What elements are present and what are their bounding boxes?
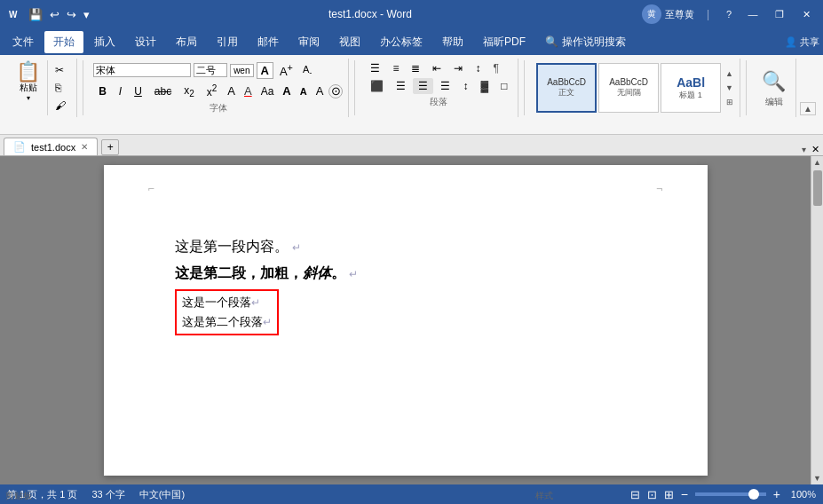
menu-item-review[interactable]: 审阅 — [289, 31, 328, 53]
indent-increase-btn[interactable]: ⇥ — [448, 60, 468, 76]
scroll-thumb[interactable] — [813, 170, 822, 206]
paste-button[interactable]: 📋 粘贴 ▾ — [9, 60, 48, 115]
cut-button[interactable]: ✂ — [51, 62, 69, 78]
font-color-btn[interactable]: A — [241, 83, 256, 99]
shrink-font-btn[interactable]: A- — [299, 62, 315, 79]
paste-dropdown-icon[interactable]: ▾ — [27, 94, 30, 102]
search-icon: 🔍 — [545, 35, 558, 48]
font-size-select[interactable]: 二号 — [194, 63, 227, 77]
shading-btn[interactable]: ▓ — [475, 78, 494, 94]
font-aa-btn[interactable]: Aa — [257, 83, 278, 99]
zoom-slider[interactable] — [695, 492, 766, 496]
bold-button[interactable]: B — [93, 83, 112, 99]
para-marks-btn[interactable]: ¶ — [487, 60, 503, 76]
document-area: ⌐ ¬ 这是第一段内容。 ↵ 这是第二段，加粗，斜体。 ↵ 这是一个段落↵ — [0, 156, 823, 484]
close-button[interactable]: ✕ — [796, 4, 816, 24]
ribbon-collapse-btn[interactable]: ▲ — [800, 102, 816, 115]
subscript-button[interactable]: x2 — [178, 83, 200, 100]
tab-scroll-down-btn[interactable]: ▾ — [802, 145, 806, 154]
superscript-button[interactable]: x2 — [202, 82, 223, 100]
save-quick-btn[interactable]: 💾 — [27, 6, 44, 23]
help-icon[interactable]: ? — [722, 7, 736, 21]
styles-scroll-down[interactable]: ▼ — [724, 82, 735, 94]
format-paint-button[interactable]: 🖌 — [51, 98, 69, 114]
style-normal[interactable]: AaBbCcD 正文 — [536, 63, 597, 113]
layout-icon-1[interactable]: ⊟ — [630, 488, 640, 501]
font-circle-btn[interactable]: ⊙ — [328, 84, 343, 98]
customize-quick-btn[interactable]: ▾ — [82, 6, 91, 23]
font-family-select[interactable]: 宋体 — [93, 63, 191, 77]
styles-expand[interactable]: ⊞ — [724, 96, 735, 108]
document-page: ⌐ ¬ 这是第一段内容。 ↵ 这是第二段，加粗，斜体。 ↵ 这是一个段落↵ — [104, 165, 708, 476]
borders-btn[interactable]: □ — [495, 78, 512, 94]
para-row-2: ⬛ ☰ ☰ ☰ ↕ ▓ □ — [365, 78, 512, 94]
boxed-para2-mark: ↵ — [263, 316, 272, 328]
menu-item-search[interactable]: 🔍 操作说明搜索 — [536, 31, 635, 53]
tab-close-btn[interactable]: ✕ — [81, 142, 88, 152]
copy-button[interactable]: ⎘ — [51, 80, 69, 96]
ribbon-groups: 📋 粘贴 ▾ ✂ ⎘ 🖌 剪贴板 宋体 二号 — [5, 59, 818, 117]
font-clear-btn[interactable]: A — [313, 83, 328, 99]
document-tab[interactable]: 📄 test1.docx ✕ — [4, 138, 98, 155]
menu-item-design[interactable]: 设计 — [126, 31, 165, 53]
numbering-btn[interactable]: ≡ — [387, 60, 404, 76]
share-button[interactable]: 👤 共享 — [785, 35, 819, 49]
strikethrough-button[interactable]: abc — [149, 83, 177, 99]
style-no-spacing[interactable]: AaBbCcD 无间隔 — [598, 63, 659, 113]
title-bar: W 💾 ↩ ↪ ▾ test1.docx - Word 黄 至尊黄 | ? — … — [0, 0, 823, 28]
menu-item-insert[interactable]: 插入 — [85, 31, 124, 53]
scroll-up-btn[interactable]: ▲ — [811, 156, 823, 169]
grow-font-btn[interactable]: A+ — [276, 60, 297, 80]
zoom-out-btn[interactable]: − — [681, 487, 688, 501]
zoom-in-btn[interactable]: + — [773, 487, 780, 501]
font-A-btn[interactable]: A — [257, 62, 273, 79]
align-center-btn[interactable]: ☰ — [391, 78, 411, 94]
styles-scroll-up[interactable]: ▲ — [724, 67, 735, 80]
menu-item-foxpdf[interactable]: 福昕PDF — [474, 31, 534, 53]
para2-end: 。 — [331, 265, 345, 280]
zoom-percent[interactable]: 100% — [787, 489, 816, 500]
multilevel-btn[interactable]: ≣ — [406, 60, 425, 76]
new-tab-button[interactable]: + — [101, 139, 119, 155]
menu-item-office-tabs[interactable]: 办公标签 — [371, 31, 431, 53]
underline-button[interactable]: U — [129, 83, 147, 99]
style-normal-preview: AaBbCcD — [547, 77, 586, 87]
redo-quick-btn[interactable]: ↪ — [65, 6, 78, 23]
font-row-2: B I U abc x2 x2 A A Aa A A A ⊙ — [93, 82, 343, 100]
menu-item-home[interactable]: 开始 — [44, 31, 83, 53]
italic-button[interactable]: I — [114, 83, 127, 99]
font-size-grow2[interactable]: A — [279, 83, 294, 99]
style-heading1[interactable]: AaBl 标题 1 — [661, 63, 721, 113]
restore-button[interactable]: ❐ — [770, 4, 789, 24]
wubi-btn[interactable]: wen — [230, 64, 253, 77]
line-spacing-btn[interactable]: ↕ — [457, 78, 473, 94]
font-size-shrink2[interactable]: A — [297, 84, 311, 98]
scroll-down-btn[interactable]: ▼ — [811, 472, 823, 484]
minimize-button[interactable]: — — [743, 4, 763, 24]
layout-icon-3[interactable]: ⊞ — [664, 488, 674, 501]
font-highlight-btn[interactable]: A — [224, 83, 239, 99]
menu-item-help[interactable]: 帮助 — [433, 31, 472, 53]
indent-decrease-btn[interactable]: ⇤ — [427, 60, 447, 76]
ribbon-group-styles: AaBbCcD 正文 AaBbCcD 无间隔 AaBl 标题 1 ▲ ▼ ⊞ 样… — [530, 59, 740, 117]
find-button[interactable]: 🔍 — [757, 67, 790, 96]
para2-bold-italic: 斜体 — [303, 265, 331, 280]
menu-item-references[interactable]: 引用 — [208, 31, 247, 53]
font-row-1: 宋体 二号 wen A A+ A- — [93, 60, 343, 80]
para2-mark: ↵ — [349, 268, 358, 280]
layout-icon-2[interactable]: ⊡ — [647, 488, 657, 501]
bullets-btn[interactable]: ☰ — [365, 60, 385, 76]
close-tab-area-btn[interactable]: ✕ — [811, 144, 819, 155]
boxed-paragraphs: 这是一个段落↵ 这是第二个段落↵ — [175, 289, 637, 335]
document-scroll-area[interactable]: ⌐ ¬ 这是第一段内容。 ↵ 这是第二段，加粗，斜体。 ↵ 这是一个段落↵ — [0, 156, 811, 484]
vertical-scrollbar[interactable]: ▲ ▼ — [811, 156, 823, 484]
undo-quick-btn[interactable]: ↩ — [48, 6, 61, 23]
align-right-btn[interactable]: ☰ — [435, 78, 455, 94]
align-left-btn[interactable]: ⬛ — [365, 78, 389, 94]
sort-btn[interactable]: ↕ — [470, 60, 486, 76]
align-justify-btn[interactable]: ☰ — [413, 78, 433, 94]
menu-item-view[interactable]: 视图 — [330, 31, 369, 53]
menu-item-layout[interactable]: 布局 — [167, 31, 206, 53]
menu-item-file[interactable]: 文件 — [4, 31, 43, 53]
menu-item-mailings[interactable]: 邮件 — [249, 31, 288, 53]
